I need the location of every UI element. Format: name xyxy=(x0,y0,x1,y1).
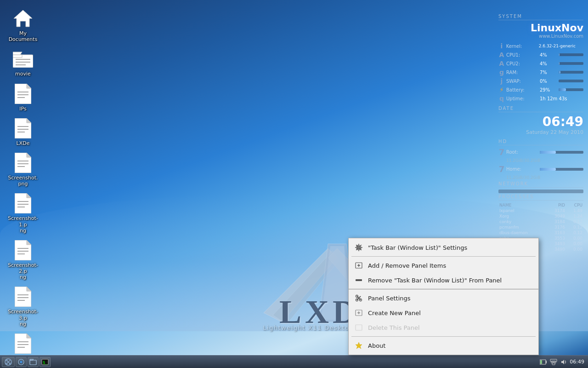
desktop-icons: My Documents movie xyxy=(5,5,41,368)
battery-tray-icon xyxy=(539,358,548,366)
filemanager-button[interactable] xyxy=(28,357,39,367)
menu-item-about[interactable]: About xyxy=(349,338,538,353)
linuxnov-title: LinuxNov xyxy=(498,22,583,34)
proc-name: pcmanfm xyxy=(498,224,546,230)
file-icon xyxy=(12,117,34,139)
battery-value: 29% xyxy=(540,87,557,92)
desktop-icon-label: My Documents xyxy=(6,30,40,42)
process-row: dbus-daemon31630.12 xyxy=(498,230,583,236)
root-label: Root: xyxy=(506,150,538,155)
cpu2-value: 4% xyxy=(540,61,557,66)
home-bar xyxy=(540,168,556,171)
menu-item-create-panel[interactable]: Create New Panel xyxy=(349,305,538,320)
browser-button[interactable] xyxy=(16,357,27,367)
proc-header-cpu: CPU xyxy=(566,202,583,208)
file-icon xyxy=(12,152,34,174)
home-label: Home: xyxy=(506,167,538,172)
svg-marker-23 xyxy=(27,153,31,157)
process-row: conky31840.12 xyxy=(498,219,583,224)
taskbar-settings-label: "Task Bar (Window List)" Settings xyxy=(368,244,467,251)
kernel-value: 2.6.32-21-generic xyxy=(539,44,583,48)
about-label: About xyxy=(368,342,385,349)
battery-bar-bg xyxy=(559,88,583,91)
date-section: DATE 06:49 Saturday 22 May 2010 xyxy=(498,106,583,135)
processes-section-title: PROCESSES xyxy=(498,194,583,201)
ram-bar-bg xyxy=(559,71,583,74)
menu-divider-main xyxy=(349,289,538,289)
panel-settings-icon xyxy=(354,293,363,303)
taskbar: $_ xyxy=(0,355,588,368)
cpu2-bar-bg xyxy=(559,62,583,65)
desktop-icon-screenshot[interactable]: Screenshot.png xyxy=(5,149,41,190)
desktop-icon-ips[interactable]: IPs xyxy=(5,80,41,115)
desktop-icon-screenshot3[interactable]: Screenshot-3.png xyxy=(5,283,41,330)
desktop-icon-screenshot2[interactable]: Screenshot-2.png xyxy=(5,236,41,283)
cpu1-bar xyxy=(559,53,560,56)
svg-marker-77 xyxy=(30,359,34,360)
svg-marker-28 xyxy=(27,193,31,198)
linuxnov-url: www.LinuxNov.com xyxy=(498,34,583,39)
remove-taskbar-label: Remove "Task Bar (Window List)" From Pan… xyxy=(368,277,502,284)
delete-panel-label: Delete This Panel xyxy=(368,324,420,331)
desktop-icon-screenshot1[interactable]: Screenshot-1.png xyxy=(5,190,41,236)
cpu1-row: A CPU1: 4% xyxy=(498,51,583,58)
desktop-icon-label: LXDe xyxy=(17,140,30,146)
menu-separator-1 xyxy=(351,256,536,257)
folder-icon xyxy=(12,48,34,70)
delete-panel-icon xyxy=(354,323,363,332)
cpu2-letter: A xyxy=(498,60,505,67)
proc-pid: 3049 xyxy=(546,213,566,219)
network-tray-icon xyxy=(549,358,558,366)
cpu1-bar-bg xyxy=(559,53,583,56)
desktop-icon-label: movie xyxy=(15,71,31,77)
proc-cpu: 0.00 xyxy=(566,241,583,247)
proc-cpu: 0.00 xyxy=(566,247,583,252)
home-number: 7 xyxy=(498,164,505,174)
desktop: LXDE Lightweight X11 Desktop Environment… xyxy=(0,0,588,368)
create-panel-icon xyxy=(354,308,363,317)
desktop-icon-my-documents[interactable]: My Documents xyxy=(5,5,41,45)
file-icon xyxy=(12,239,34,261)
desktop-icon-label: IPs xyxy=(19,106,26,112)
add-remove-icon xyxy=(354,261,363,270)
swap-letter: j xyxy=(498,77,505,85)
taskbar-left: $_ xyxy=(0,357,52,367)
menu-item-add-remove[interactable]: Add / Remove Panel Items xyxy=(349,258,538,273)
time-display: 06:49 xyxy=(498,114,583,129)
root-size: 11.2GiB/30.2GiB xyxy=(498,158,583,163)
proc-pid: 3493 xyxy=(546,241,566,247)
proc-pid: 3176 xyxy=(546,224,566,230)
proc-cpu: 1.49 xyxy=(566,208,583,213)
uptime-letter: q xyxy=(498,95,505,102)
menu-item-taskbar-settings[interactable]: "Task Bar (Window List)" Settings xyxy=(349,240,538,255)
desktop-icon-movie[interactable]: movie xyxy=(5,45,41,80)
proc-pid: 3174 xyxy=(546,208,566,213)
svg-marker-18 xyxy=(27,118,31,123)
date-display: Saturday 22 May 2010 xyxy=(498,129,583,135)
svg-rect-82 xyxy=(540,360,542,364)
ram-row: g RAM: 7% xyxy=(498,69,583,76)
remove-icon xyxy=(354,276,363,285)
proc-header-name: NAME xyxy=(498,202,546,208)
menu-item-remove-taskbar[interactable]: Remove "Task Bar (Window List)" From Pan… xyxy=(349,273,538,288)
process-row: lxpanel31741.49 xyxy=(498,208,583,213)
desktop-icon-label: Screenshot-3.png xyxy=(6,309,40,327)
desktop-icon-lxde[interactable]: LXDe xyxy=(5,115,41,149)
uptime-value: 1h 12m 43s xyxy=(540,96,577,101)
menu-item-panel-settings[interactable]: Panel Settings xyxy=(349,291,538,305)
start-button[interactable] xyxy=(2,357,15,367)
proc-cpu: 0.12 xyxy=(566,230,583,236)
cpu1-letter: A xyxy=(498,51,505,58)
network-section: NETWORK xyxy=(498,181,583,193)
svg-point-75 xyxy=(20,361,23,363)
hd-section-title: HD xyxy=(498,139,583,145)
proc-cpu: 0.12 xyxy=(566,224,583,230)
kernel-letter: i xyxy=(498,42,505,50)
ram-label: RAM: xyxy=(506,70,538,75)
terminal-button[interactable]: $_ xyxy=(40,357,51,367)
home-bar-bg xyxy=(540,168,583,171)
home-size: 11.2GiB/30.2GiB xyxy=(498,175,583,180)
context-menu: "Task Bar (Window List)" Settings Add / … xyxy=(348,238,539,355)
network-section-title: NETWORK xyxy=(498,181,583,188)
svg-marker-13 xyxy=(27,84,31,88)
